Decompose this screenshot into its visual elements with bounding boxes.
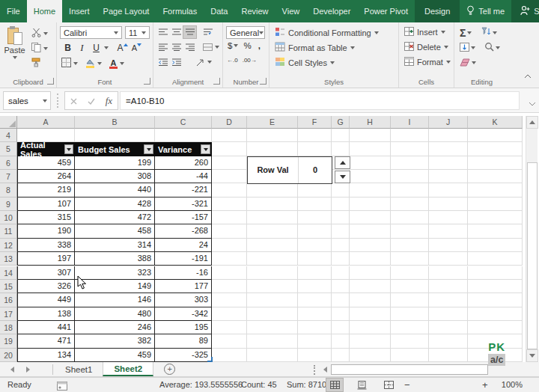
cell-B11[interactable]: 458 [75, 224, 155, 238]
cell-K8[interactable] [468, 183, 523, 197]
cell-D7[interactable] [212, 170, 247, 183]
delete-cells-button[interactable]: Delete [404, 42, 448, 52]
cell-C16[interactable]: 303 [155, 293, 212, 307]
cell-B9[interactable]: 428 [75, 197, 155, 211]
cell-J20[interactable] [429, 349, 468, 362]
cell-K13[interactable] [468, 252, 523, 266]
row-header-14[interactable]: 14 [0, 266, 17, 280]
cell-H4[interactable] [350, 129, 391, 142]
cell-F18[interactable] [298, 321, 332, 334]
cell-D11[interactable] [212, 224, 247, 238]
cell-A13[interactable]: 197 [17, 252, 75, 266]
cell-H10[interactable] [350, 211, 391, 224]
cell-H11[interactable] [350, 224, 391, 238]
cell-G18[interactable] [332, 321, 350, 334]
cell-B20[interactable]: 459 [75, 349, 155, 362]
cancel-entry-icon[interactable] [70, 94, 77, 108]
cell-J5[interactable] [429, 142, 468, 156]
cell-C10[interactable]: -157 [155, 211, 212, 224]
cell-E19[interactable] [247, 334, 298, 348]
cell-B15[interactable]: 149 [75, 280, 155, 293]
top-align-button[interactable] [156, 26, 169, 38]
horizontal-scrollbar-thumb[interactable] [331, 364, 488, 375]
cell-I16[interactable] [391, 293, 429, 307]
cell-A19[interactable]: 471 [17, 334, 75, 348]
cell-K12[interactable] [468, 239, 523, 252]
font-dialog-launcher[interactable] [144, 78, 150, 85]
borders-dropdown-icon[interactable] [73, 62, 78, 65]
cell-C4[interactable] [155, 129, 212, 142]
cell-G10[interactable] [332, 211, 350, 224]
previous-sheet-icon[interactable] [10, 367, 14, 373]
scroll-left-button[interactable] [320, 364, 330, 375]
cell-D5[interactable] [212, 142, 247, 156]
cell-G17[interactable] [332, 307, 350, 321]
cell-H8[interactable] [350, 183, 391, 197]
ribbon-tab-file[interactable]: File [0, 0, 27, 22]
cell-F4[interactable] [298, 129, 332, 142]
cell-E11[interactable] [247, 224, 298, 238]
cell-B17[interactable]: 480 [75, 307, 155, 321]
paste-button[interactable]: Paste [2, 26, 27, 70]
cell-A17[interactable]: 138 [17, 307, 75, 321]
underline-dropdown-icon[interactable] [104, 46, 109, 49]
cell-I11[interactable] [391, 224, 429, 238]
clear-dropdown-icon[interactable] [472, 61, 476, 64]
align-center-button[interactable] [170, 41, 183, 53]
comma-style-button[interactable]: , [258, 41, 261, 50]
cell-E4[interactable] [247, 129, 298, 142]
align-right-button[interactable] [183, 41, 196, 53]
cell-F10[interactable] [298, 211, 332, 224]
row-header-9[interactable]: 9 [0, 197, 17, 211]
alignment-dialog-launcher[interactable] [213, 78, 220, 85]
cell-G12[interactable] [332, 239, 350, 252]
cell-G5[interactable] [332, 142, 350, 156]
grow-font-button[interactable]: A [116, 42, 129, 54]
cell-J7[interactable] [429, 170, 468, 183]
merge-dropdown-icon[interactable] [215, 46, 219, 49]
column-header-K[interactable]: K [468, 116, 523, 129]
tell-me-box[interactable]: Tell me [460, 0, 511, 22]
cell-J9[interactable] [429, 197, 468, 211]
cell-E20[interactable] [247, 349, 298, 362]
increase-decimal-button[interactable]: ←.0 [227, 57, 238, 64]
sheet-tab-sheet1[interactable]: Sheet1 [55, 362, 103, 376]
cell-K15[interactable] [468, 280, 523, 293]
column-header-B[interactable]: B [75, 116, 155, 129]
collapse-ribbon-icon[interactable] [524, 68, 532, 82]
cell-D8[interactable] [212, 183, 247, 197]
currency-dropdown-icon[interactable] [234, 44, 238, 47]
column-header-A[interactable]: A [17, 116, 75, 129]
autosum-button[interactable]: Σ [460, 28, 466, 38]
filter-dropdown-button[interactable] [64, 144, 73, 154]
row-header-11[interactable]: 11 [0, 224, 17, 238]
cell-I12[interactable] [391, 239, 429, 252]
cell-E13[interactable] [247, 252, 298, 266]
cell-F15[interactable] [298, 280, 332, 293]
decrease-indent-button[interactable] [156, 56, 169, 68]
cell-J8[interactable] [429, 183, 468, 197]
cell-I10[interactable] [391, 211, 429, 224]
cell-F16[interactable] [298, 293, 332, 307]
row-header-16[interactable]: 16 [0, 293, 17, 307]
fill-color-dropdown-icon[interactable] [97, 62, 102, 65]
borders-icon[interactable] [61, 57, 71, 70]
cell-H5[interactable] [350, 142, 391, 156]
cell-K11[interactable] [468, 224, 523, 238]
row-header-20[interactable]: 20 [0, 349, 17, 362]
wrap-text-icon[interactable] [201, 26, 214, 38]
cell-C15[interactable]: 177 [155, 280, 212, 293]
cell-A6[interactable]: 459 [17, 156, 75, 170]
cell-A10[interactable]: 315 [17, 211, 75, 224]
ribbon-tab-page-layout[interactable]: Page Layout [97, 0, 156, 22]
zoom-in-button[interactable]: + [482, 378, 488, 392]
cell-D14[interactable] [212, 266, 247, 280]
find-select-icon[interactable] [484, 41, 494, 55]
column-header-H[interactable]: H [350, 116, 391, 129]
cell-H6[interactable] [350, 156, 391, 170]
cell-K10[interactable] [468, 211, 523, 224]
cell-H19[interactable] [350, 334, 391, 348]
orientation-icon[interactable] [194, 56, 207, 68]
cell-B10[interactable]: 472 [75, 211, 155, 224]
cell-J10[interactable] [429, 211, 468, 224]
